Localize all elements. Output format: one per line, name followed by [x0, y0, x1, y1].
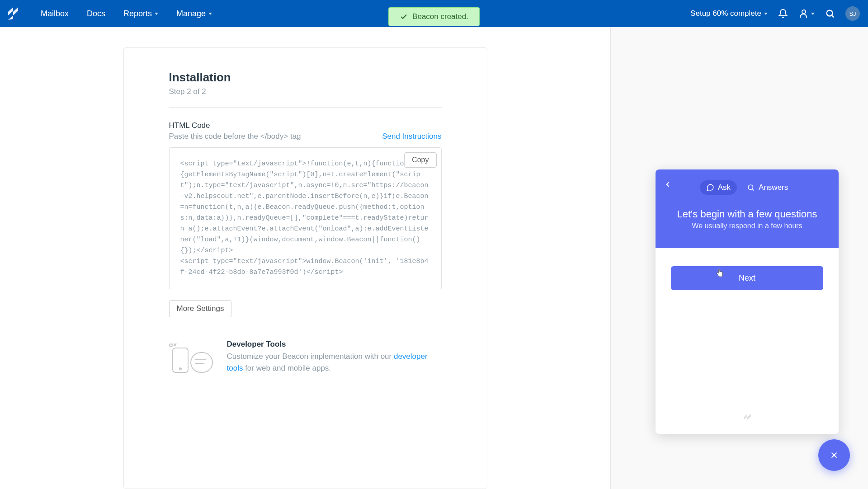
beacon-next-button[interactable]: Next — [671, 266, 823, 290]
installation-card: Installation Step 2 of 2 HTML Code Paste… — [123, 47, 487, 489]
code-section-header: HTML Code Paste this code before the </b… — [169, 121, 442, 141]
cursor-hand-icon — [715, 269, 723, 278]
step-indicator: Step 2 of 2 — [169, 87, 442, 96]
svg-point-11 — [748, 185, 753, 190]
nav-manage[interactable]: Manage — [167, 9, 221, 19]
svg-point-8 — [170, 344, 172, 347]
chevron-down-icon — [155, 13, 158, 15]
beacon-header: Ask Answers Let's begin with a few quest… — [656, 169, 839, 248]
beacon-body: Next — [656, 248, 839, 434]
search-icon — [747, 183, 755, 192]
nav-label: Manage — [176, 9, 206, 19]
chevron-down-icon — [764, 13, 768, 15]
divider — [169, 107, 442, 108]
next-label: Next — [739, 273, 755, 282]
svg-rect-5 — [191, 353, 212, 372]
beacon-tabs: Ask Answers — [665, 180, 830, 195]
beacon-tab-ask[interactable]: Ask — [700, 180, 737, 195]
people-dropdown[interactable] — [798, 8, 815, 19]
close-icon — [829, 450, 839, 460]
beacon-tab-answers[interactable]: Answers — [741, 180, 794, 195]
dev-desc-prefix: Customize your Beacon implementation wit… — [227, 352, 394, 361]
nav-reports[interactable]: Reports — [114, 9, 167, 19]
beacon-widget-preview: Ask Answers Let's begin with a few quest… — [656, 169, 839, 434]
beacon-title: Let's begin with a few questions — [665, 208, 830, 220]
paste-instruction: Paste this code before the </body> tag — [169, 132, 301, 141]
left-column: Installation Step 2 of 2 HTML Code Paste… — [0, 27, 610, 489]
developer-tools-text: Developer Tools Customize your Beacon im… — [227, 340, 442, 374]
dev-desc-suffix: for web and mobile apps. — [243, 364, 331, 372]
developer-tools-title: Developer Tools — [227, 340, 442, 349]
devices-illustration-icon — [169, 340, 214, 376]
nav-mailbox[interactable]: Mailbox — [32, 9, 78, 19]
nav-docs[interactable]: Docs — [78, 9, 114, 19]
notifications-icon[interactable] — [777, 7, 789, 20]
svg-point-0 — [802, 10, 806, 14]
checkmark-icon — [400, 13, 408, 21]
chevron-down-icon — [811, 13, 815, 15]
copy-button[interactable]: Copy — [404, 152, 436, 168]
setup-progress-dropdown[interactable]: Setup 60% complete — [690, 9, 768, 18]
beacon-back-button[interactable] — [664, 180, 672, 188]
svg-point-1 — [827, 10, 833, 16]
code-section-labels: HTML Code Paste this code before the </b… — [169, 121, 301, 141]
avatar-initials: SJ — [849, 10, 856, 17]
beacon-subtitle: We usually respond in a few hours — [665, 222, 830, 230]
code-snippet-box: Copy <script type="text/javascript">!fun… — [169, 147, 442, 289]
nav-right: Setup 60% complete SJ — [690, 6, 860, 21]
chat-icon — [706, 183, 714, 192]
main-content: Installation Step 2 of 2 HTML Code Paste… — [0, 27, 868, 489]
more-settings-button[interactable]: More Settings — [169, 300, 232, 317]
helpscout-logo-icon[interactable] — [8, 7, 18, 20]
code-snippet[interactable]: <script type="text/javascript">!function… — [180, 159, 430, 278]
right-preview-column: Ask Answers Let's begin with a few quest… — [610, 27, 868, 489]
developer-tools-section: Developer Tools Customize your Beacon im… — [169, 340, 442, 376]
success-toast: Beacon created. — [388, 7, 480, 26]
tab-label: Ask — [718, 183, 731, 192]
search-icon[interactable] — [824, 7, 836, 20]
svg-point-4 — [179, 368, 181, 370]
tab-label: Answers — [759, 183, 788, 192]
nav-label: Mailbox — [41, 9, 69, 19]
svg-line-2 — [832, 15, 834, 18]
toast-message: Beacon created. — [412, 12, 468, 21]
nav-label: Docs — [87, 9, 105, 19]
setup-progress-label: Setup 60% complete — [690, 9, 761, 18]
helpscout-watermark-icon — [744, 414, 751, 425]
developer-tools-description: Customize your Beacon implementation wit… — [227, 351, 442, 374]
user-avatar[interactable]: SJ — [845, 6, 860, 21]
html-code-label: HTML Code — [169, 121, 301, 130]
page-title: Installation — [169, 71, 442, 85]
nav-label: Reports — [123, 9, 152, 19]
beacon-close-fab[interactable] — [818, 439, 850, 471]
chevron-down-icon — [208, 13, 212, 15]
send-instructions-link[interactable]: Send Instructions — [382, 132, 441, 141]
nav-left: Mailbox Docs Reports Manage — [8, 7, 221, 20]
svg-line-12 — [752, 189, 754, 191]
